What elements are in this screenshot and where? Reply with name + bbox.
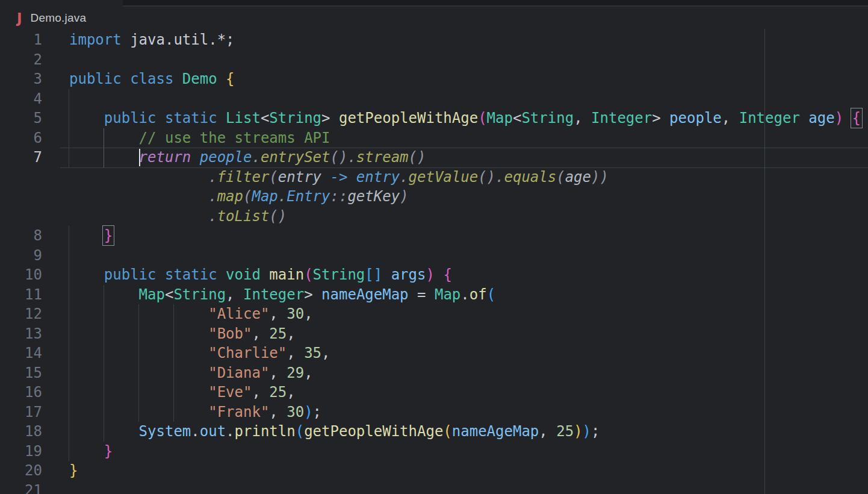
code-line[interactable]: 20} [0, 461, 868, 481]
token: Map [435, 286, 460, 303]
line-number[interactable]: 12 [0, 304, 42, 324]
token [800, 110, 808, 127]
code-text[interactable]: } [69, 461, 78, 481]
code-line[interactable]: 17 "Frank", 30); [0, 402, 868, 422]
code-text[interactable]: public static List<String> getPeopleWith… [69, 108, 861, 128]
ghost-code-line[interactable]: .filter(entry -> entry.getValue().equals… [0, 167, 868, 187]
code-line[interactable]: 19 } [0, 442, 868, 461]
code-line[interactable]: 11 Map<String, Integer> nameAgeMap = Map… [0, 285, 868, 305]
code-text[interactable]: "Diana", 29, [69, 363, 313, 383]
code-text[interactable]: "Eve", 25, [69, 383, 296, 402]
text-cursor [139, 149, 141, 166]
token: , [226, 286, 243, 303]
code-line[interactable]: 8 } [0, 226, 868, 246]
code-text[interactable]: System.out.println(getPeopleWithAge(name… [69, 422, 600, 442]
line-number[interactable]: 4 [0, 89, 42, 109]
code-text[interactable]: } [69, 442, 113, 461]
code-line[interactable]: 6 // use the streams API [0, 128, 868, 148]
token: ) [400, 188, 408, 205]
code-text[interactable]: "Alice", 30, [69, 304, 313, 324]
token: > [321, 110, 339, 127]
line-number[interactable]: 20 [0, 461, 42, 481]
code-line[interactable]: 15 "Diana", 29, [0, 363, 868, 383]
token: Entry [287, 188, 330, 205]
token: , [304, 364, 312, 381]
code-line[interactable]: 18 System.out.println(getPeopleWithAge(n… [0, 422, 868, 442]
token [122, 70, 130, 87]
token: . [69, 208, 217, 225]
code-text[interactable]: "Bob", 25, [69, 324, 296, 344]
code-line[interactable]: 16 "Eve", 25, [0, 383, 868, 402]
line-number[interactable]: 10 [0, 265, 42, 285]
code-text[interactable]: "Charlie", 35, [69, 343, 330, 363]
line-number[interactable]: 18 [0, 422, 42, 442]
line-number[interactable]: 6 [0, 128, 42, 148]
code-text[interactable]: } [69, 226, 113, 246]
line-number[interactable]: 17 [0, 402, 42, 422]
line-number[interactable]: 19 [0, 442, 42, 461]
token: . [191, 423, 199, 440]
code-line[interactable]: 10 public static void main(String[] args… [0, 265, 868, 285]
code-text[interactable]: import java.util.*; [69, 30, 235, 50]
code-text[interactable]: // use the streams API [69, 128, 330, 148]
token: ) [426, 266, 434, 283]
token: > [652, 110, 669, 127]
token: . [278, 188, 287, 205]
line-number[interactable]: 8 [0, 226, 42, 246]
token: ( [296, 423, 304, 440]
token: 30 [287, 404, 304, 421]
token: { [226, 70, 234, 87]
code-line[interactable]: 21 [0, 481, 868, 494]
ghost-code-line[interactable]: .map(Map.Entry::getKey) [0, 187, 868, 207]
ghost-code-line[interactable]: .toList() [0, 207, 868, 227]
code-text[interactable]: return people.entrySet().stream() [69, 148, 426, 167]
token: 25 [269, 384, 287, 401]
token: = [409, 286, 435, 303]
token: nameAgeMap [321, 286, 409, 303]
token: public [104, 110, 157, 127]
line-number[interactable]: 1 [0, 30, 42, 50]
code-text[interactable]: .map(Map.Entry::getKey) [69, 187, 409, 207]
token: getPeopleWithAge [339, 110, 478, 127]
tab-bar [0, 0, 868, 7]
code-text[interactable]: .filter(entry -> entry.getValue().equals… [69, 167, 609, 187]
token: < [165, 286, 173, 303]
code-line[interactable]: 13 "Bob", 25, [0, 324, 868, 344]
code-text[interactable]: .toList() [69, 207, 287, 227]
token: // use the streams API [139, 130, 330, 146]
token: nameAgeMap [452, 423, 539, 440]
line-number[interactable]: 7 [0, 148, 42, 167]
line-number[interactable]: 9 [0, 246, 42, 266]
code-line[interactable]: 7 return people.entrySet().stream() [0, 148, 868, 167]
line-number[interactable]: 11 [0, 285, 42, 305]
line-number[interactable]: 14 [0, 343, 42, 363]
line-number[interactable]: 2 [0, 50, 42, 70]
code-line[interactable]: 9 [0, 246, 868, 266]
code-line[interactable]: 1import java.util.*; [0, 30, 868, 50]
code-text[interactable]: public static void main(String[] args) { [69, 265, 452, 285]
token: return [139, 149, 191, 166]
token: filter [217, 169, 270, 186]
code-line[interactable]: 12 "Alice", 30, [0, 304, 868, 324]
code-line[interactable]: 4 [0, 89, 868, 109]
token [261, 266, 269, 283]
line-number[interactable]: 15 [0, 363, 42, 383]
line-number[interactable]: 21 [0, 481, 42, 494]
code-text[interactable]: public class Demo { [69, 69, 235, 89]
line-number[interactable]: 5 [0, 108, 42, 128]
breadcrumb-filename[interactable]: Demo.java [31, 11, 87, 25]
line-number[interactable]: 13 [0, 324, 42, 344]
active-tab-remnant[interactable] [0, 0, 123, 7]
code-line[interactable]: 5 public static List<String> getPeopleWi… [0, 108, 868, 128]
token: ; [591, 423, 600, 440]
line-number[interactable]: 3 [0, 69, 42, 89]
code-line[interactable]: 14 "Charlie", 35, [0, 343, 868, 363]
token: Demo [182, 70, 217, 87]
code-line[interactable]: 2 [0, 50, 868, 70]
line-number[interactable]: 16 [0, 383, 42, 402]
code-line[interactable]: 3public class Demo { [0, 69, 868, 89]
code-editor[interactable]: 1import java.util.*;23public class Demo … [0, 30, 868, 494]
code-text[interactable]: "Frank", 30); [69, 402, 321, 422]
token: ) [574, 423, 582, 440]
code-text[interactable]: Map<String, Integer> nameAgeMap = Map.of… [69, 285, 495, 305]
